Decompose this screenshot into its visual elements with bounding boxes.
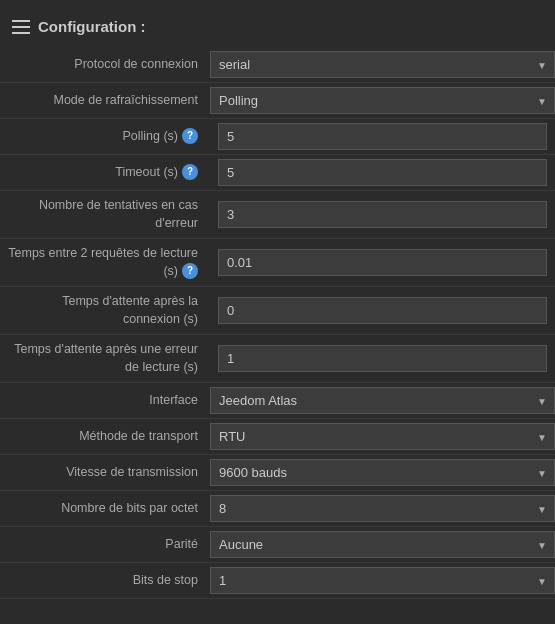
label-retry: Nombre de tentatives en cas d'erreur [0,191,210,238]
select-transport[interactable]: RTUASCII [210,423,555,450]
select-wrapper-interface: Jeedom AtlasLocalRemote [210,387,555,414]
form-row-retry: Nombre de tentatives en cas d'erreur [0,191,555,239]
label-time_between: Temps entre 2 requêtes de lecture (s)? [0,239,210,286]
select-wrapper-stop_bits: 12 [210,567,555,594]
select-protocol[interactable]: serialtcpudp [210,51,555,78]
form-row-timeout: Timeout (s)? [0,155,555,191]
select-wrapper-protocol: serialtcpudp [210,51,555,78]
form-row-wait_error: Temps d'attente après une erreur de lect… [0,335,555,383]
control-time_between [210,245,555,280]
form-row-transport: Méthode de transportRTUASCII [0,419,555,455]
control-wait_error [210,341,555,376]
label-baudrate: Vitesse de transmission [0,458,210,488]
form-row-baudrate: Vitesse de transmission9600 bauds19200 b… [0,455,555,491]
input-timeout[interactable] [218,159,547,186]
help-icon-time_between[interactable]: ? [182,263,198,279]
label-protocol: Protocol de connexion [0,50,210,80]
label-parity: Parité [0,530,210,560]
form-row-interface: InterfaceJeedom AtlasLocalRemote [0,383,555,419]
form-row-stop_bits: Bits de stop12 [0,563,555,599]
help-icon-polling[interactable]: ? [182,128,198,144]
select-refresh_mode[interactable]: PollingPush [210,87,555,114]
input-time_between[interactable] [218,249,547,276]
label-timeout: Timeout (s)? [0,158,210,188]
config-header: Configuration : [0,10,555,47]
label-wait_connect: Temps d'attente après la connexion (s) [0,287,210,334]
select-parity[interactable]: AucunePaireImpaire [210,531,555,558]
form-row-wait_connect: Temps d'attente après la connexion (s) [0,287,555,335]
select-bits[interactable]: 87 [210,495,555,522]
input-retry[interactable] [218,201,547,228]
config-icon [12,20,30,34]
control-retry [210,197,555,232]
label-interface: Interface [0,386,210,416]
input-wait_connect[interactable] [218,297,547,324]
label-refresh_mode: Mode de rafraîchissement [0,86,210,116]
control-wait_connect [210,293,555,328]
label-text-polling: Polling (s) [122,129,178,143]
form-row-time_between: Temps entre 2 requêtes de lecture (s)? [0,239,555,287]
label-transport: Méthode de transport [0,422,210,452]
form-row-refresh_mode: Mode de rafraîchissementPollingPush [0,83,555,119]
form-rows-container: Protocol de connexionserialtcpudpMode de… [0,47,555,599]
input-wait_error[interactable] [218,345,547,372]
form-row-protocol: Protocol de connexionserialtcpudp [0,47,555,83]
form-row-parity: ParitéAucunePaireImpaire [0,527,555,563]
select-wrapper-baudrate: 9600 bauds19200 bauds38400 bauds57600 ba… [210,459,555,486]
label-polling: Polling (s)? [0,122,210,152]
config-panel: Configuration : Protocol de connexionser… [0,0,555,609]
config-title: Configuration : [38,18,145,35]
form-row-polling: Polling (s)? [0,119,555,155]
label-text-timeout: Timeout (s) [115,165,178,179]
select-wrapper-parity: AucunePaireImpaire [210,531,555,558]
control-polling [210,119,555,154]
select-wrapper-transport: RTUASCII [210,423,555,450]
select-wrapper-refresh_mode: PollingPush [210,87,555,114]
select-baudrate[interactable]: 9600 bauds19200 bauds38400 bauds57600 ba… [210,459,555,486]
label-bits: Nombre de bits par octet [0,494,210,524]
help-icon-timeout[interactable]: ? [182,164,198,180]
label-wait_error: Temps d'attente après une erreur de lect… [0,335,210,382]
form-row-bits: Nombre de bits par octet87 [0,491,555,527]
select-stop_bits[interactable]: 12 [210,567,555,594]
label-text-time_between: Temps entre 2 requêtes de lecture (s) [8,246,198,278]
select-wrapper-bits: 87 [210,495,555,522]
label-stop_bits: Bits de stop [0,566,210,596]
control-timeout [210,155,555,190]
select-interface[interactable]: Jeedom AtlasLocalRemote [210,387,555,414]
input-polling[interactable] [218,123,547,150]
